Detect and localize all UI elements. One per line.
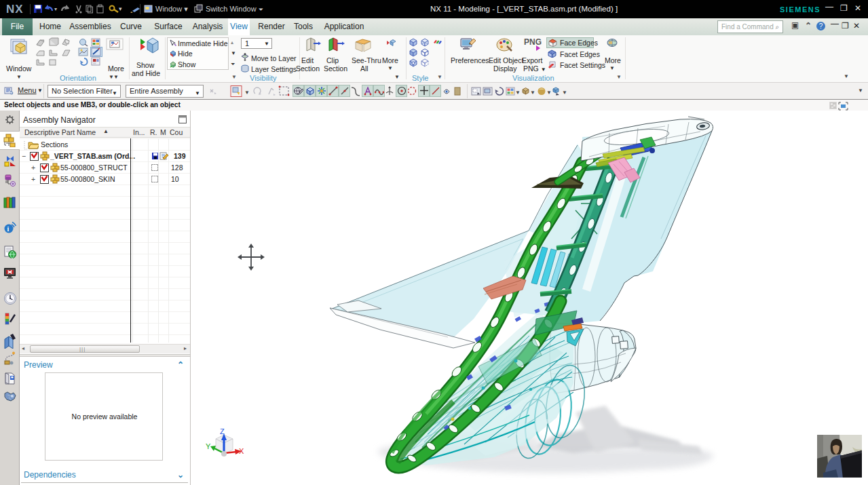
svg-text:X: X xyxy=(239,447,244,455)
svg-text:Y: Y xyxy=(206,442,211,450)
svg-text:Z: Z xyxy=(220,427,225,435)
